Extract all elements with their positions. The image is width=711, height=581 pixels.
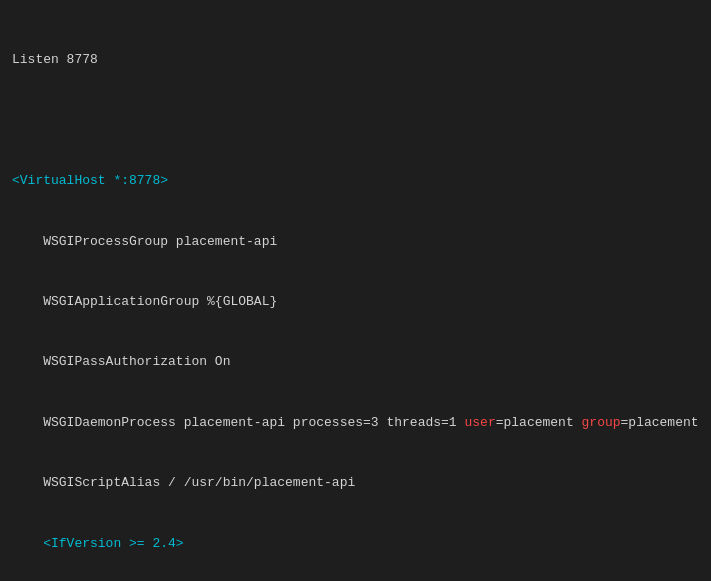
line-virtualhost-open: <VirtualHost *:8778> xyxy=(12,171,699,191)
wsgi-app-group: WSGIApplicationGroup %{GLOBAL} xyxy=(12,294,277,309)
wsgi-script-alias: WSGIScriptAlias / /usr/bin/placement-api xyxy=(12,475,355,490)
line-wsgiscript: WSGIScriptAlias / /usr/bin/placement-api xyxy=(12,473,699,493)
line-listen: Listen 8778 xyxy=(12,50,699,70)
line-wsgipass: WSGIPassAuthorization On xyxy=(12,352,699,372)
wsgi-process-group: WSGIProcessGroup placement-api xyxy=(12,234,277,249)
virtualhost-tag: <VirtualHost *:8778> xyxy=(12,173,168,188)
group-value: =placement xyxy=(621,415,699,430)
user-keyword: user xyxy=(464,415,495,430)
user-value: =placement xyxy=(496,415,582,430)
wsgi-daemon: WSGIDaemonProcess placement-api processe… xyxy=(12,415,464,430)
line-empty1 xyxy=(12,111,699,131)
ifversion-open-tag: <IfVersion >= 2.4> xyxy=(12,536,184,551)
line-wsgidaemon: WSGIDaemonProcess placement-api processe… xyxy=(12,413,699,433)
line-wsgiprocess: WSGIProcessGroup placement-api xyxy=(12,232,699,252)
line-wsgiapp: WSGIApplicationGroup %{GLOBAL} xyxy=(12,292,699,312)
listen-text: Listen 8778 xyxy=(12,52,98,67)
wsgi-pass-auth: WSGIPassAuthorization On xyxy=(12,354,230,369)
line-ifversion-open: <IfVersion >= 2.4> xyxy=(12,534,699,554)
code-content: Listen 8778 <VirtualHost *:8778> WSGIPro… xyxy=(12,10,699,581)
group-keyword: group xyxy=(582,415,621,430)
